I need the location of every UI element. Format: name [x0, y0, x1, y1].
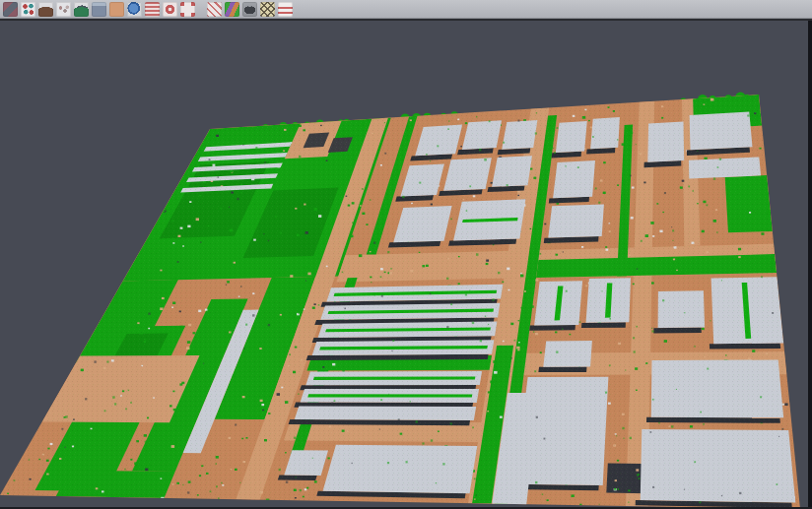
classified-cloud-icon[interactable] — [225, 2, 239, 17]
points-classes-icon[interactable] — [21, 2, 35, 17]
dtm-surface-icon[interactable] — [74, 2, 89, 17]
points-sparse-icon[interactable] — [56, 2, 71, 17]
main-toolbar — [0, 0, 812, 19]
tin-surface-icon[interactable] — [38, 2, 53, 17]
target-circle-icon[interactable] — [163, 2, 177, 17]
viewport-container — [0, 21, 812, 509]
control-points-icon[interactable] — [260, 2, 275, 17]
report-table-icon[interactable] — [278, 2, 293, 17]
toolbar-separator — [196, 2, 205, 17]
classify-mixed-icon[interactable] — [3, 2, 18, 17]
ortho-image-icon[interactable] — [109, 2, 124, 17]
section-view-icon[interactable] — [92, 2, 106, 17]
app-window — [0, 0, 812, 509]
globe-view-icon[interactable] — [127, 2, 142, 17]
window-edge-right — [808, 21, 812, 509]
layer-stack-icon[interactable] — [145, 2, 160, 17]
clip-box-icon[interactable] — [180, 2, 195, 17]
fence-grid-icon[interactable] — [207, 2, 222, 17]
viewport-3d[interactable] — [0, 21, 812, 509]
measure-dark-icon[interactable] — [242, 2, 257, 17]
